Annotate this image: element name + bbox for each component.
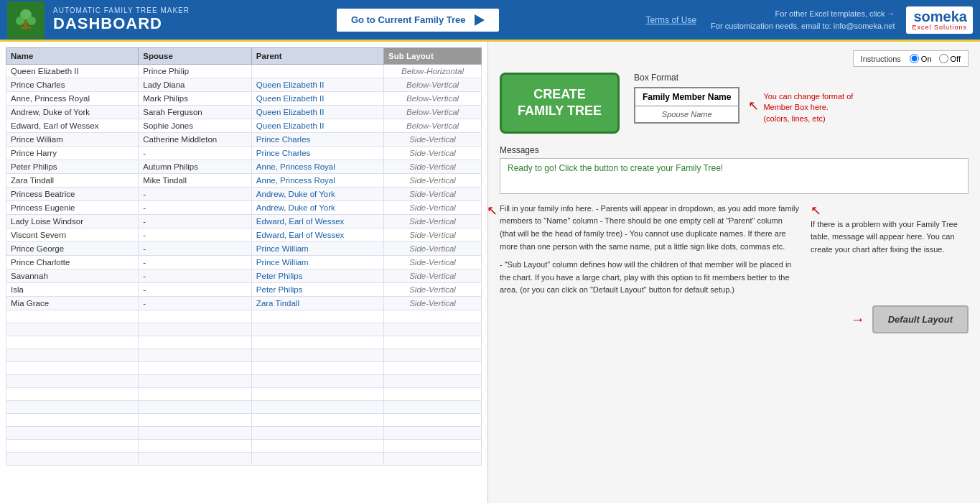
instructions-text-left: Fill in your family info here. - Parents…: [500, 203, 799, 253]
messages-text: Ready to go! Click the button to create …: [508, 163, 961, 173]
header-title-block: AUTOMATIC FAMILY TREE MAKER DASHBOARD: [53, 6, 190, 33]
header-subtitle: AUTOMATIC FAMILY TREE MAKER: [53, 6, 190, 14]
default-layout-arrow-icon: →: [851, 311, 865, 328]
col-header-spouse: Spouse: [139, 48, 252, 65]
messages-box: Ready to go! Click the button to create …: [500, 158, 969, 194]
table-row: Zara TindallMike TindallAnne, Princess R…: [6, 174, 482, 188]
someka-logo: someka Excel Solutions: [906, 6, 973, 34]
right-panel: Instructions On Off CREATE FAMILY TREE: [488, 42, 980, 503]
table-row: Andrew, Duke of YorkSarah FergusonQueen …: [6, 106, 482, 119]
empty-row: [6, 323, 482, 336]
instructions-label: Instructions: [861, 55, 901, 63]
messages-section: Messages Ready to go! Click the button t…: [500, 145, 969, 194]
table-row: Prince Charlotte-Prince WilliamSide-Vert…: [6, 256, 482, 269]
someka-brand-name: someka: [914, 9, 968, 24]
right-arrow-icon: ↖: [811, 203, 821, 218]
go-to-family-tree-button[interactable]: Go to Current Family Tree: [335, 7, 500, 33]
table-row: Lady Loise Windsor-Edward, Earl of Wesse…: [6, 215, 482, 229]
table-row: Edward, Earl of WessexSophie JonesQueen …: [6, 119, 482, 133]
empty-row: [6, 388, 482, 401]
terms-of-use-link[interactable]: Terms of Use: [645, 15, 696, 25]
instructions-left: ↖ Fill in your family info here. - Paren…: [500, 203, 799, 297]
spouse-name-preview: Spouse Name: [635, 106, 738, 122]
table-row: Savannah-Peter PhilipsSide-Vertical: [6, 269, 482, 283]
empty-row: [6, 349, 482, 362]
format-note: You can change format of Member Box here…: [763, 91, 853, 124]
default-layout-row: → Default Layout: [500, 305, 969, 333]
instructions-on-radio[interactable]: On: [910, 54, 932, 63]
table-row: Princess Eugenie-Andrew, Duke of YorkSid…: [6, 201, 482, 215]
table-row: Prince George-Prince WilliamSide-Vertica…: [6, 242, 482, 256]
table-row: Princess Beatrice-Andrew, Duke of YorkSi…: [6, 188, 482, 201]
header-main-title: DASHBOARD: [53, 14, 190, 33]
empty-row: [6, 427, 482, 440]
instructions-text-right: If there is a problem with your Family T…: [811, 218, 969, 257]
empty-row: [6, 440, 482, 453]
instructions-content-area: ↖ Fill in your family info here. - Paren…: [500, 203, 969, 297]
table-row: Anne, Princess RoyalMark PhilipsQueen El…: [6, 92, 482, 106]
default-layout-button[interactable]: Default Layout: [872, 305, 969, 333]
arrow-icon: [475, 14, 485, 26]
instructions-off-radio[interactable]: Off: [939, 54, 961, 63]
empty-row: [6, 362, 482, 375]
empty-row: [6, 401, 482, 414]
col-header-sublayout: Sub Layout: [384, 48, 482, 65]
family-data-table: Name Spouse Parent Sub Layout Queen Eliz…: [6, 47, 482, 466]
instructions-box: Instructions On Off: [853, 50, 969, 67]
table-row: Mia Grace-Zara TindallSide-Vertical: [6, 297, 482, 310]
empty-row: [6, 336, 482, 349]
table-row: Queen Elizabeth IIPrince PhilipBelow-Hor…: [6, 65, 482, 78]
messages-label: Messages: [500, 145, 969, 155]
format-arrow-icon: ↖: [748, 98, 759, 114]
col-header-name: Name: [6, 48, 139, 65]
empty-row: [6, 310, 482, 323]
main-content: Name Spouse Parent Sub Layout Queen Eliz…: [0, 42, 980, 503]
header-nav: Go to Current Family Tree: [190, 7, 645, 33]
instructions-right: ↖ If there is a problem with your Family…: [811, 203, 969, 297]
svg-point-1: [16, 17, 24, 25]
table-row: Peter PhilipsAutumn PhilipsAnne, Princes…: [6, 160, 482, 174]
family-table-section: Name Spouse Parent Sub Layout Queen Eliz…: [0, 42, 488, 503]
member-box-preview: Family Member Name Spouse Name: [634, 87, 739, 124]
create-family-tree-button[interactable]: CREATE FAMILY TREE: [500, 73, 620, 134]
table-row: Prince CharlesLady DianaQueen Elizabeth …: [6, 78, 482, 92]
empty-row: [6, 375, 482, 388]
instructions-radio-group: On Off: [910, 54, 961, 63]
member-name-preview: Family Member Name: [635, 88, 738, 106]
table-row: Prince WilliamCatherine MiddletonPrince …: [6, 133, 482, 147]
instructions-text-bottom: - "Sub Layout" column defines how will t…: [500, 259, 799, 297]
app-logo: [7, 1, 45, 39]
svg-point-2: [27, 17, 36, 25]
box-format-area: Box Format Family Member Name Spouse Nam…: [634, 73, 853, 124]
box-format-label: Box Format: [634, 73, 739, 83]
svg-rect-4: [21, 27, 31, 29]
instructions-bar: Instructions On Off: [500, 50, 969, 67]
left-arrow-icon: ↖: [488, 203, 498, 218]
header-info: For other Excel templates, click → For c…: [711, 8, 895, 32]
box-format-section: Box Format Family Member Name Spouse Nam…: [634, 73, 739, 124]
header: AUTOMATIC FAMILY TREE MAKER DASHBOARD Go…: [0, 0, 980, 42]
table-row: Viscont Severn-Edward, Earl of WessexSid…: [6, 229, 482, 242]
someka-tagline: Excel Solutions: [912, 24, 967, 31]
top-row: CREATE FAMILY TREE Box Format Family Mem…: [500, 73, 969, 134]
empty-row: [6, 453, 482, 466]
col-header-parent: Parent: [251, 48, 383, 65]
table-row: Prince Harry-Prince CharlesSide-Vertical: [6, 147, 482, 160]
format-note-area: ↖ You can change format of Member Box he…: [748, 87, 853, 124]
empty-row: [6, 414, 482, 427]
table-row: Isla-Peter PhilipsSide-Vertical: [6, 283, 482, 297]
